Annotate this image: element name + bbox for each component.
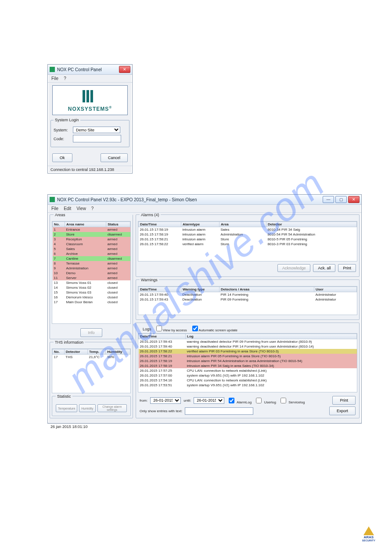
until-label: until: xyxy=(183,399,191,403)
ths-group: THS information No. Detector Temp. Humid… xyxy=(50,342,133,418)
view-by-access-checkbox[interactable]: View by access xyxy=(156,326,187,332)
col-detector[interactable]: Detector xyxy=(64,349,87,355)
table-row[interactable]: 15Simons Voss 03closed xyxy=(53,290,130,295)
table-row[interactable]: 26.01.2015 17:58:19intrusion alarm PIR 5… xyxy=(139,359,357,363)
col-name[interactable]: Area name xyxy=(65,222,106,227)
minimize-button[interactable]: — xyxy=(323,196,334,203)
menu-view[interactable]: View xyxy=(76,206,86,211)
cancel-button[interactable]: Cancel xyxy=(101,153,128,162)
table-row[interactable]: 26.01.2015 17:57:25CPU LAN: connection t… xyxy=(139,368,357,373)
until-date[interactable]: 26-01-2015 xyxy=(194,397,224,404)
table-row[interactable]: 26.01.15 17:58:22verified alarmStore8010… xyxy=(139,242,357,247)
col-detectors[interactable]: Detectors / Areas xyxy=(219,287,314,292)
ths-humidity-button[interactable]: Humidity xyxy=(79,404,95,412)
close-button[interactable]: ✕ xyxy=(119,66,130,73)
col-datetime[interactable]: Date/Time xyxy=(139,222,181,227)
col-humidity[interactable]: Humidity xyxy=(106,349,130,355)
ths-statistic-group: Statistic Temperature Humidity Change al… xyxy=(52,396,131,416)
table-row[interactable]: 26.01.15 17:58:19intrusion alarmSales801… xyxy=(139,227,357,232)
table-row[interactable]: 11Serverarmed xyxy=(53,276,130,280)
table-row[interactable]: 26.01.2015 17:59:43warning deactivated d… xyxy=(139,339,357,345)
aras-security-logo: ARAS SECURITY xyxy=(362,526,375,542)
main-title: NOX PC Control Panel V2.93c - EXPO 2013_… xyxy=(57,197,323,202)
table-row[interactable]: 5Salesarmed xyxy=(53,247,130,251)
from-label: from: xyxy=(140,399,147,403)
table-row[interactable]: 6Archivearmed xyxy=(53,251,130,256)
stat-legend: Statistic xyxy=(56,394,72,399)
col-temp[interactable]: Temp. xyxy=(88,349,106,355)
table-row[interactable]: 17THS21,6°C36% xyxy=(53,355,130,360)
alarmlog-checkbox[interactable]: AlarmLog xyxy=(227,396,252,405)
table-row[interactable]: 26.01.15 17:58:19intrusion alarmAdminist… xyxy=(139,232,357,237)
logs-print-button[interactable]: Print xyxy=(332,396,356,405)
table-row[interactable]: 14Simons Voss 02closed xyxy=(53,285,130,290)
table-row[interactable]: 2Storedisarmed xyxy=(53,232,130,237)
table-row[interactable]: 26.01.15 17:59:43DeactivationPIR 09 Forr… xyxy=(139,297,357,302)
col-datetime[interactable]: Date/Time xyxy=(139,287,181,292)
table-row[interactable]: 3Receptionarmed xyxy=(53,237,130,242)
ok-button[interactable]: Ok xyxy=(52,153,72,162)
col-warningtype[interactable]: Warning type xyxy=(181,287,219,292)
logs-export-button[interactable]: Export xyxy=(329,406,356,415)
col-user[interactable]: User xyxy=(314,287,357,292)
table-row[interactable]: 26.01.2015 17:53:51system startup V9.651… xyxy=(139,383,357,388)
main-menubar: File Edit View ? xyxy=(48,205,361,213)
main-statusbar: 26 jan 2015 18:01:10 xyxy=(48,423,361,430)
alarms-group: Alarms (4) Date/Time Alarmtype Area Dete… xyxy=(136,214,360,277)
table-row[interactable]: 26.01.2015 17:59:40warning deactivated d… xyxy=(139,344,357,349)
from-date[interactable]: 26-01-2015 xyxy=(150,397,181,404)
menu-file[interactable]: File xyxy=(51,206,58,211)
areas-info-button[interactable]: Info xyxy=(80,328,102,337)
col-status[interactable]: Status xyxy=(106,222,130,227)
table-row[interactable]: 26.01.2015 17:54:16CPU LAN: connection t… xyxy=(139,378,357,383)
table-row[interactable]: 26.01.15 17:59:40DeactivationPIR 14 Forr… xyxy=(139,292,357,297)
menu-file[interactable]: File xyxy=(51,76,58,81)
login-menubar: File ? xyxy=(48,75,132,83)
col-log[interactable]: Log xyxy=(186,334,357,339)
table-row[interactable]: 8Terrassearmed xyxy=(53,261,130,266)
warnings-group: Warnings Date/Time Warning type Detector… xyxy=(136,279,360,320)
areas-legend: Areas xyxy=(54,213,133,217)
table-row[interactable]: 10Demoarmed xyxy=(53,271,130,276)
only-text-input[interactable] xyxy=(185,407,253,415)
table-row[interactable]: 26.01.2015 17:58:21intrusion alarm PIR 0… xyxy=(139,354,357,359)
col-no[interactable]: No. xyxy=(53,349,65,355)
menu-help[interactable]: ? xyxy=(64,76,66,81)
table-row[interactable]: 13Simons Voss 01closed xyxy=(53,280,130,285)
ack-all-button[interactable]: Ack. all xyxy=(313,264,335,272)
col-datetime[interactable]: Date/Time xyxy=(139,334,186,339)
table-row[interactable]: 4Classroomarmed xyxy=(53,242,130,247)
app-icon xyxy=(50,67,55,72)
table-row[interactable]: 16Demorum Idescoclosed xyxy=(53,295,130,300)
servicelog-checkbox[interactable]: Servicelog xyxy=(279,396,305,405)
system-login-group: System Login System: Demo Site Code: xyxy=(50,118,129,147)
col-detector[interactable]: Detector xyxy=(266,222,357,227)
menu-help[interactable]: ? xyxy=(91,206,94,211)
ths-temp-button[interactable]: Temperature xyxy=(56,404,77,412)
close-button[interactable]: ✕ xyxy=(348,196,360,203)
col-area[interactable]: Area xyxy=(219,222,266,227)
main-window: NOX PC Control Panel V2.93c - EXPO 2013_… xyxy=(47,194,362,424)
table-row[interactable]: 1Entrancearmed xyxy=(53,227,130,232)
warnings-legend: Warnings xyxy=(140,278,159,282)
userlog-checkbox[interactable]: Userlog xyxy=(254,396,276,405)
table-row[interactable]: 7Cantinedisarmed xyxy=(53,256,130,261)
table-row[interactable]: 17Main Door Beranclosed xyxy=(53,300,130,305)
maximize-button[interactable]: ▢ xyxy=(335,196,347,203)
ths-settings-button[interactable]: Change alarm settings xyxy=(97,404,127,412)
acknowledge-button[interactable]: Acknowledge xyxy=(277,264,311,272)
col-no[interactable]: No. xyxy=(53,222,65,227)
app-icon xyxy=(50,197,55,202)
table-row[interactable]: 26.01.2015 17:58:19intrusion alarm PIR 3… xyxy=(139,363,357,368)
alarms-print-button[interactable]: Print xyxy=(338,264,356,272)
code-input[interactable] xyxy=(73,135,121,142)
system-select[interactable]: Demo Site xyxy=(73,127,120,133)
ths-table: No. Detector Temp. Humidity 17THS21,6°C3… xyxy=(52,349,130,359)
table-row[interactable]: 26.01.15 17:58:21intrusion alarmStore801… xyxy=(139,237,357,242)
table-row[interactable]: 26.01.2015 17:57:00system startup V9.651… xyxy=(139,373,357,378)
menu-edit[interactable]: Edit xyxy=(64,206,71,211)
auto-update-checkbox[interactable]: Automatic screen update xyxy=(192,326,237,332)
col-alarmtype[interactable]: Alarmtype xyxy=(181,222,219,227)
table-row[interactable]: 26.01.2015 17:58:22verified alarm PIR 03… xyxy=(139,349,357,354)
table-row[interactable]: 9Administrationarmed xyxy=(53,266,130,271)
